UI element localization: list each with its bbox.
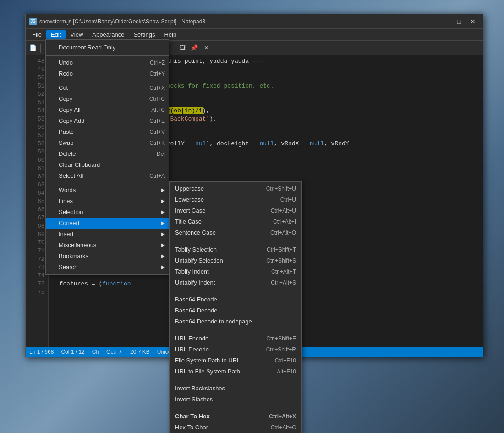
menu-words[interactable]: Words ▶ — [46, 185, 169, 196]
swap-label: Swap — [59, 137, 149, 148]
window-title: snowstorm.js [C:\Users\Randy\OlderGeeks\… — [39, 18, 439, 25]
convert-arrow: ▶ — [161, 218, 165, 229]
ln48: 48 — [26, 57, 48, 66]
convert-tabify-indent[interactable]: Tabify Indent Ctrl+Alt+T — [170, 266, 301, 277]
convert-base64-encode[interactable]: Base64 Encode — [170, 294, 301, 305]
ln52: 52 — [26, 90, 48, 99]
ln69: 69 — [26, 230, 48, 239]
minimize-button[interactable]: — — [439, 16, 452, 27]
menu-view[interactable]: View — [66, 30, 88, 39]
title-case-label: Title Case — [175, 216, 273, 227]
undo-label: Undo — [59, 57, 150, 68]
convert-hex-section: Char To Hex Ctrl+Alt+X Hex To Char Ctrl+… — [170, 410, 301, 433]
menu-paste[interactable]: Paste Ctrl+V — [46, 126, 169, 137]
ln66: 66 — [26, 206, 48, 214]
base64-encode-label: Base64 Encode — [175, 294, 296, 305]
convert-slash-section: Invert Backslashes Invert Slashes — [170, 382, 301, 406]
close-button[interactable]: ✕ — [466, 16, 479, 27]
ln63: 63 — [26, 181, 48, 189]
menu-miscellaneous[interactable]: Miscellaneous ▶ — [46, 240, 169, 251]
maximize-button[interactable]: □ — [453, 16, 466, 27]
convert-base64-decode[interactable]: Base64 Decode — [170, 305, 301, 316]
menu-lines[interactable]: Lines ▶ — [46, 196, 169, 207]
convert-url-decode[interactable]: URL Decode Ctrl+Shift+R — [170, 344, 301, 355]
tabify-indent-label: Tabify Indent — [175, 266, 271, 277]
uppercase-shortcut: Ctrl+Shift+U — [266, 183, 296, 194]
convert-title-case[interactable]: Title Case Ctrl+Alt+I — [170, 216, 301, 227]
menu-edit[interactable]: Edit — [46, 30, 66, 39]
menu-document-read-only[interactable]: Document Read Only — [46, 41, 169, 54]
convert-untabify-indent[interactable]: Untabify Indent Ctrl+Alt+S — [170, 277, 301, 288]
convert-base64-decode-codepage[interactable]: Base64 Decode to codepage... — [170, 316, 301, 327]
clear-clipboard-label: Clear Clipboard — [59, 159, 165, 170]
convert-tabify-section: Tabify Selection Ctrl+Shift+T Untabify S… — [170, 243, 301, 290]
menu-clear-clipboard[interactable]: Clear Clipboard — [46, 159, 169, 170]
status-size: 20.7 KB — [130, 349, 150, 355]
convert-tabify-selection[interactable]: Tabify Selection Ctrl+Shift+T — [170, 244, 301, 255]
url-fspath-shortcut: Alt+F10 — [277, 366, 296, 377]
menu-undo[interactable]: Undo Ctrl+Z — [46, 57, 169, 68]
menu-file[interactable]: File — [27, 30, 46, 39]
menu-copy-all[interactable]: Copy All Alt+C — [46, 104, 169, 115]
menu-help[interactable]: Help — [159, 30, 181, 39]
new-btn[interactable]: 📄 — [27, 43, 38, 54]
ln72: 72 — [26, 255, 48, 263]
paste-shortcut: Ctrl+V — [149, 126, 165, 137]
ln56: 56 — [26, 123, 48, 132]
tabify-sel-label: Tabify Selection — [175, 244, 267, 255]
copy-all-shortcut: Alt+C — [151, 104, 165, 115]
untabify-indent-label: Untabify Indent — [175, 277, 271, 288]
ln57: 57 — [26, 132, 48, 140]
convert-case-section: Uppercase Ctrl+Shift+U Lowercase Ctrl+U … — [170, 182, 301, 240]
convert-url-to-fspath[interactable]: URL to File System Path Alt+F10 — [170, 366, 301, 377]
tabify-indent-shortcut: Ctrl+Alt+T — [271, 266, 296, 277]
ln76: 76 — [26, 288, 48, 296]
convert-char-to-hex[interactable]: Char To Hex Ctrl+Alt+X — [170, 411, 301, 422]
convert-sentence-case[interactable]: Sentence Case Ctrl+Alt+O — [170, 227, 301, 238]
convert-lowercase[interactable]: Lowercase Ctrl+U — [170, 194, 301, 205]
invert-case-label: Invert Case — [175, 205, 271, 216]
menu-select-all[interactable]: Select All Ctrl+A — [46, 170, 169, 181]
menu-copy[interactable]: Copy Ctrl+C — [46, 93, 169, 104]
menu-redo[interactable]: Redo Ctrl+Y — [46, 68, 169, 79]
select-all-shortcut: Ctrl+A — [149, 170, 165, 181]
convert-invert-backslashes[interactable]: Invert Backslashes — [170, 383, 301, 394]
ln74: 74 — [26, 272, 48, 280]
convert-uppercase[interactable]: Uppercase Ctrl+Shift+U — [170, 183, 301, 194]
menu-cut[interactable]: Cut Ctrl+X — [46, 82, 169, 93]
menu-delete[interactable]: Delete Del — [46, 148, 169, 159]
untabify-indent-shortcut: Ctrl+Alt+S — [271, 277, 296, 288]
convert-untabify-selection[interactable]: Untabify Selection Ctrl+Shift+S — [170, 255, 301, 266]
delete-shortcut: Del — [157, 148, 165, 159]
ln55: 55 — [26, 115, 48, 123]
convert-label: Convert — [59, 218, 159, 229]
convert-invert-case[interactable]: Invert Case Ctrl+Alt+U — [170, 205, 301, 216]
menu-copy-add[interactable]: Copy Add Ctrl+E — [46, 115, 169, 126]
convert-url-encode[interactable]: URL Encode Ctrl+Shift+E — [170, 333, 301, 344]
pin-btn[interactable]: 📌 — [189, 43, 200, 54]
ln73: 73 — [26, 263, 48, 272]
convert-fspath-to-url[interactable]: File System Path to URL Ctrl+F10 — [170, 355, 301, 366]
delete-label: Delete — [59, 148, 157, 159]
menu-insert[interactable]: Insert ▶ — [46, 229, 169, 240]
menu-bookmarks[interactable]: Bookmarks ▶ — [46, 251, 169, 262]
menu-settings[interactable]: Settings — [129, 30, 159, 39]
x-btn[interactable]: ✕ — [201, 43, 212, 54]
img-btn[interactable]: 🖼 — [177, 43, 188, 54]
copy-all-label: Copy All — [59, 104, 151, 115]
menu-appearance[interactable]: Appearance — [88, 30, 129, 39]
convert-invert-slashes[interactable]: Invert Slashes — [170, 394, 301, 405]
tabify-sel-shortcut: Ctrl+Shift+T — [267, 244, 296, 255]
convert-url-section: URL Encode Ctrl+Shift+E URL Decode Ctrl+… — [170, 332, 301, 378]
menu-convert[interactable]: Convert ▶ — [46, 218, 169, 229]
ln59: 59 — [26, 148, 48, 156]
ln67: 67 — [26, 214, 48, 222]
convert-base64-section: Base64 Encode Base64 Decode Base64 Decod… — [170, 293, 301, 329]
convert-hex-to-char[interactable]: Hex To Char Ctrl+Alt+C — [170, 422, 301, 433]
app-icon: JS — [29, 18, 37, 25]
base64-decode-cp-label: Base64 Decode to codepage... — [175, 316, 296, 327]
menu-selection[interactable]: Selection ▶ — [46, 207, 169, 218]
ln71: 71 — [26, 247, 48, 255]
menu-swap[interactable]: Swap Ctrl+K — [46, 137, 169, 148]
menu-search[interactable]: Search ▶ — [46, 262, 169, 273]
